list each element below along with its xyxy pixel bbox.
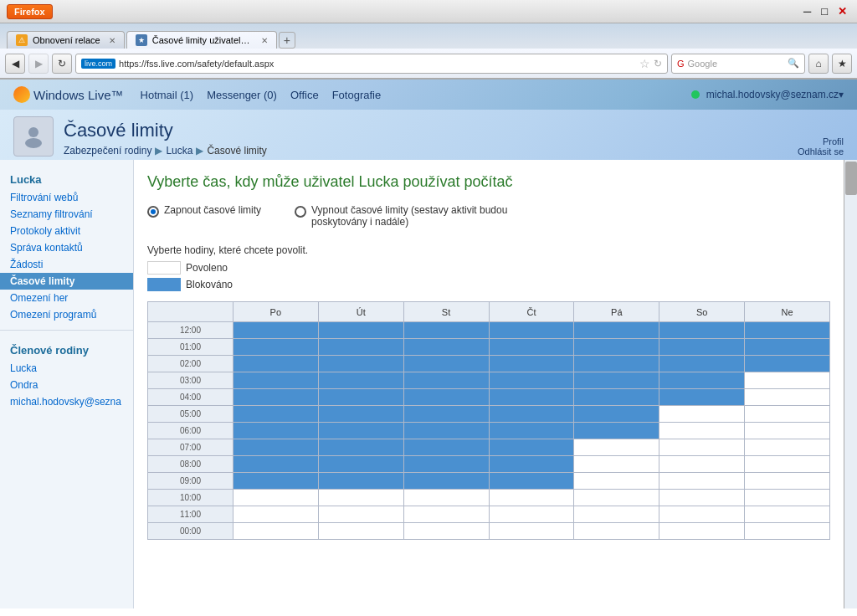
grid-cell-1100-Pá[interactable] [574, 506, 659, 523]
grid-cell-0900-So[interactable] [659, 473, 745, 490]
grid-cell-0600-Ne[interactable] [745, 423, 830, 439]
radio-off-circle[interactable] [295, 206, 306, 218]
grid-cell-0600-Po[interactable] [233, 423, 318, 439]
grid-cell-0800-Po[interactable] [233, 456, 318, 473]
grid-cell-0000-Pá[interactable] [574, 523, 659, 540]
sidebar-item-filtrovani-webu[interactable]: Filtrování webů [0, 189, 133, 206]
grid-cell-0500-Čt[interactable] [489, 406, 574, 423]
grid-cell-0400-St[interactable] [403, 389, 489, 406]
odhlasit-link[interactable]: Odhlásit se [798, 146, 844, 157]
grid-cell-0800-Ne[interactable] [745, 456, 830, 473]
grid-cell-0400-Po[interactable] [233, 389, 318, 406]
sidebar-item-casove-limity[interactable]: Časové limity [0, 273, 133, 290]
grid-cell-1000-St[interactable] [403, 490, 489, 506]
grid-cell-1100-Út[interactable] [318, 506, 403, 523]
grid-cell-0400-Ne[interactable] [745, 389, 830, 406]
breadcrumb-1[interactable]: Lucka [166, 145, 192, 157]
grid-cell-0100-Ne[interactable] [745, 339, 830, 356]
tab-1-close[interactable]: ✕ [109, 36, 115, 45]
grid-cell-0500-Út[interactable] [318, 406, 403, 423]
grid-cell-1000-Pá[interactable] [574, 490, 659, 506]
refresh-icon[interactable]: ↻ [654, 58, 662, 69]
grid-cell-0500-Ne[interactable] [745, 406, 830, 423]
grid-cell-1200-Čt[interactable] [489, 322, 574, 339]
sidebar-item-sprava-kontaktu[interactable]: Správa kontaktů [0, 239, 133, 256]
grid-cell-0100-So[interactable] [659, 339, 745, 356]
grid-cell-0600-St[interactable] [403, 423, 489, 439]
sidebar-item-protokoly-aktivit[interactable]: Protokoly aktivit [0, 223, 133, 239]
grid-cell-0600-Pá[interactable] [574, 423, 659, 439]
grid-cell-0000-St[interactable] [403, 523, 489, 540]
sidebar-item-omezeni-programu[interactable]: Omezení programů [0, 306, 133, 323]
grid-cell-1000-Út[interactable] [318, 490, 403, 506]
reload-button[interactable]: ↻ [52, 54, 72, 74]
grid-cell-1200-Út[interactable] [318, 322, 403, 339]
new-tab-button[interactable]: + [279, 32, 295, 49]
family-member-michal[interactable]: michal.hodovsky@sezna [0, 393, 133, 410]
grid-cell-1200-Pá[interactable] [574, 322, 659, 339]
grid-cell-1100-Čt[interactable] [489, 506, 574, 523]
breadcrumb-0[interactable]: Zabezpečení rodiny [64, 145, 151, 157]
grid-cell-1200-Po[interactable] [233, 322, 318, 339]
grid-cell-1000-Čt[interactable] [489, 490, 574, 506]
bookmark-star[interactable]: ☆ [639, 57, 650, 70]
grid-cell-0100-Pá[interactable] [574, 339, 659, 356]
grid-cell-0900-Pá[interactable] [574, 473, 659, 490]
grid-cell-0900-Čt[interactable] [489, 473, 574, 490]
minimize-btn[interactable]: ─ [803, 5, 811, 18]
grid-cell-0000-Ne[interactable] [745, 523, 830, 540]
grid-cell-0100-St[interactable] [403, 339, 489, 356]
search-button[interactable]: 🔍 [788, 58, 799, 69]
grid-cell-0500-Pá[interactable] [574, 406, 659, 423]
scrollbar-thumb[interactable] [845, 162, 857, 195]
sidebar-item-omezeni-her[interactable]: Omezení her [0, 290, 133, 306]
grid-cell-0700-Čt[interactable] [489, 439, 574, 456]
grid-cell-1100-St[interactable] [403, 506, 489, 523]
grid-cell-0000-Út[interactable] [318, 523, 403, 540]
grid-cell-0500-So[interactable] [659, 406, 745, 423]
grid-cell-0100-Po[interactable] [233, 339, 318, 356]
grid-cell-0800-So[interactable] [659, 456, 745, 473]
grid-cell-0600-Út[interactable] [318, 423, 403, 439]
grid-cell-1000-Po[interactable] [233, 490, 318, 506]
close-btn[interactable]: ✕ [838, 5, 847, 18]
grid-cell-0300-Út[interactable] [318, 372, 403, 389]
grid-cell-1100-So[interactable] [659, 506, 745, 523]
grid-cell-0200-Ne[interactable] [745, 356, 830, 372]
bookmarks-button[interactable]: ★ [832, 54, 852, 74]
nav-messenger[interactable]: Messenger (0) [207, 89, 277, 101]
grid-cell-0700-Po[interactable] [233, 439, 318, 456]
grid-cell-0300-Ne[interactable] [745, 372, 830, 389]
nav-hotmail[interactable]: Hotmail (1) [141, 89, 194, 101]
grid-cell-0100-Út[interactable] [318, 339, 403, 356]
radio-option-off[interactable]: Vypnout časové limity (sestavy aktivit b… [295, 204, 521, 228]
grid-cell-0000-So[interactable] [659, 523, 745, 540]
grid-cell-0800-Pá[interactable] [574, 456, 659, 473]
grid-cell-0000-Čt[interactable] [489, 523, 574, 540]
family-member-lucka[interactable]: Lucka [0, 360, 133, 377]
profil-link[interactable]: Profil [823, 136, 844, 146]
grid-cell-0500-Po[interactable] [233, 406, 318, 423]
grid-cell-0700-Ne[interactable] [745, 439, 830, 456]
grid-cell-0900-Ne[interactable] [745, 473, 830, 490]
grid-cell-0700-St[interactable] [403, 439, 489, 456]
home-button[interactable]: ⌂ [808, 54, 829, 74]
grid-cell-1100-Ne[interactable] [745, 506, 830, 523]
grid-cell-0900-Út[interactable] [318, 473, 403, 490]
tab-1[interactable]: ⚠ Obnovení relace ✕ [7, 31, 125, 49]
grid-cell-0700-Út[interactable] [318, 439, 403, 456]
grid-cell-0300-So[interactable] [659, 372, 745, 389]
grid-cell-0200-So[interactable] [659, 356, 745, 372]
grid-cell-0700-Pá[interactable] [574, 439, 659, 456]
sidebar-item-zadosti[interactable]: Žádosti [0, 256, 133, 273]
grid-cell-0500-St[interactable] [403, 406, 489, 423]
address-bar[interactable]: live.com https://fss.live.com/safety/def… [75, 54, 668, 74]
grid-cell-0000-Po[interactable] [233, 523, 318, 540]
grid-cell-1000-Ne[interactable] [745, 490, 830, 506]
nav-office[interactable]: Office [290, 89, 319, 101]
grid-cell-0400-So[interactable] [659, 389, 745, 406]
maximize-btn[interactable]: □ [821, 5, 828, 18]
grid-cell-1200-St[interactable] [403, 322, 489, 339]
grid-cell-0800-Út[interactable] [318, 456, 403, 473]
radio-option-on[interactable]: Zapnout časové limity [147, 204, 261, 228]
